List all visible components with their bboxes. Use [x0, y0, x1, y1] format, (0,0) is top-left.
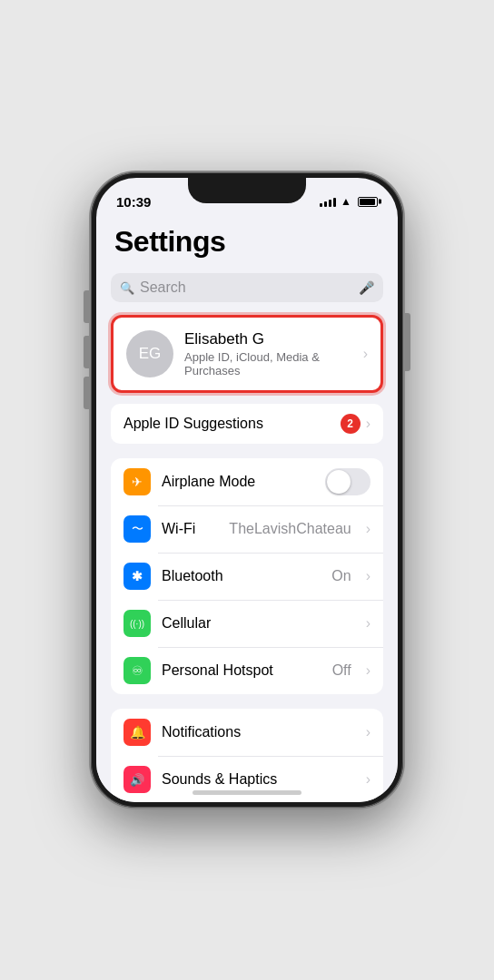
mic-icon[interactable]: 🎤 [359, 280, 374, 295]
battery-icon [358, 197, 378, 207]
chevron-right-icon: › [366, 521, 370, 537]
home-indicator [193, 790, 301, 795]
chevron-right-icon: › [366, 771, 370, 788]
bluetooth-label: Bluetooth [162, 568, 321, 584]
airplane-mode-toggle[interactable] [325, 468, 370, 495]
chevron-right-icon: › [366, 568, 370, 584]
status-time: 10:39 [116, 194, 151, 210]
screen-content[interactable]: Settings 🔍 Search 🎤 EG Elisabeth G Apple… [96, 218, 398, 802]
chevron-right-icon: › [363, 346, 368, 362]
hotspot-icon-wrap: ♾ [124, 657, 151, 684]
cellular-row[interactable]: ((·)) Cellular › [111, 600, 383, 647]
profile-subtitle: Apple ID, iCloud, Media & Purchases [184, 350, 352, 377]
profile-name: Elisabeth G [184, 330, 352, 348]
chevron-right-icon: › [366, 662, 370, 679]
signal-icon [320, 196, 336, 207]
phone-frame: 10:39 ▲ Settings � [91, 172, 403, 808]
hotspot-icon: ♾ [132, 663, 143, 678]
airplane-mode-label: Airplane Mode [162, 474, 314, 490]
phone-screen: 10:39 ▲ Settings � [96, 178, 398, 802]
profile-info: Elisabeth G Apple ID, iCloud, Media & Pu… [184, 330, 352, 377]
airplane-mode-row[interactable]: ✈ Airplane Mode [111, 458, 383, 505]
wifi-value: TheLavishChateau [229, 521, 351, 537]
wifi-settings-icon: 〜 [132, 521, 143, 537]
wifi-row[interactable]: 〜 Wi-Fi TheLavishChateau › [111, 505, 383, 553]
chevron-right-icon: › [366, 416, 370, 432]
hotspot-value: Off [332, 662, 351, 679]
cellular-icon-wrap: ((·)) [124, 610, 151, 637]
search-placeholder: Search [140, 279, 353, 296]
search-bar[interactable]: 🔍 Search 🎤 [111, 273, 383, 302]
sounds-icon-wrap: 🔊 [124, 766, 151, 793]
wifi-label: Wi-Fi [162, 521, 218, 537]
avatar: EG [126, 330, 173, 377]
notifications-row[interactable]: 🔔 Notifications › [111, 709, 383, 756]
chevron-right-icon: › [366, 615, 370, 632]
suggestions-label: Apple ID Suggestions [124, 416, 341, 432]
sounds-icon: 🔊 [130, 773, 144, 787]
airplane-mode-icon: ✈ [132, 475, 143, 489]
wifi-icon-wrap: 〜 [124, 515, 151, 543]
hotspot-label: Personal Hotspot [162, 662, 321, 679]
cellular-label: Cellular [162, 615, 355, 632]
status-icons: ▲ [320, 195, 378, 208]
wifi-icon: ▲ [341, 195, 351, 208]
airplane-mode-icon-wrap: ✈ [124, 468, 151, 495]
sounds-row[interactable]: 🔊 Sounds & Haptics › [111, 756, 383, 802]
toggle-knob [327, 470, 351, 494]
suggestions-badge: 2 [341, 414, 361, 434]
notifications-icon-wrap: 🔔 [124, 719, 151, 746]
notifications-icon: 🔔 [130, 725, 145, 740]
bluetooth-icon-wrap: ✱ [124, 563, 151, 590]
sounds-label: Sounds & Haptics [162, 771, 355, 788]
notch [188, 178, 306, 203]
page-title: Settings [114, 225, 380, 259]
cellular-icon: ((·)) [130, 619, 144, 629]
page-header: Settings [96, 218, 398, 268]
bluetooth-row[interactable]: ✱ Bluetooth On › [111, 553, 383, 600]
chevron-right-icon: › [366, 724, 370, 740]
personal-hotspot-row[interactable]: ♾ Personal Hotspot Off › [111, 647, 383, 694]
search-icon: 🔍 [120, 281, 134, 295]
apple-id-suggestions-row[interactable]: Apple ID Suggestions 2 › [111, 404, 383, 444]
bluetooth-value: On [331, 568, 351, 584]
connectivity-group: ✈ Airplane Mode 〜 Wi-Fi TheLavishChateau… [111, 458, 383, 694]
profile-card[interactable]: EG Elisabeth G Apple ID, iCloud, Media &… [111, 315, 383, 393]
notifications-group: 🔔 Notifications › 🔊 Sounds & Haptics › [111, 709, 383, 802]
notifications-label: Notifications [162, 724, 355, 740]
bluetooth-icon: ✱ [132, 569, 143, 583]
